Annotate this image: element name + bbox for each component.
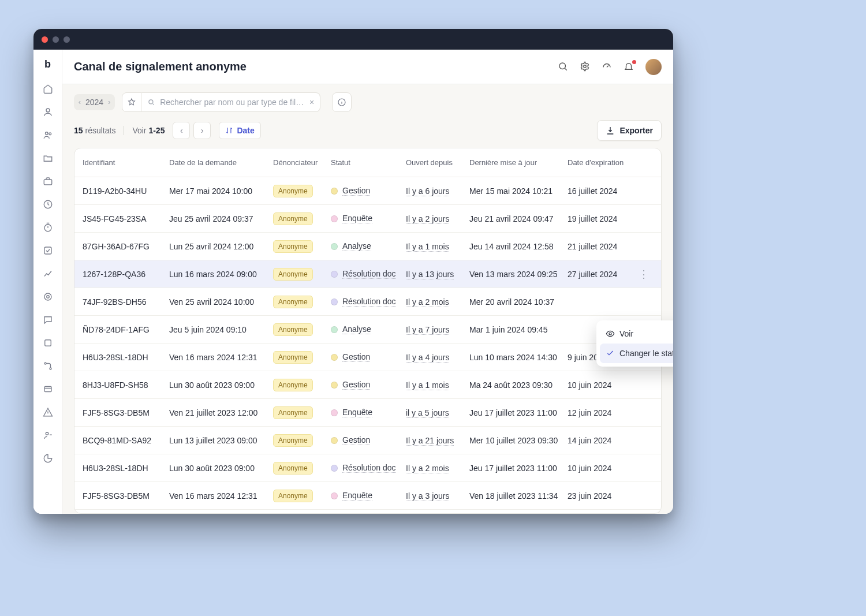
svg-point-14 — [559, 63, 566, 69]
table-row[interactable]: H6U3-28SL-18DHVen 16 mars 2024 12:31Anon… — [74, 344, 661, 371]
context-menu: Voir Changer le statut — [596, 320, 673, 367]
cell-open: Il y a 13 jours — [406, 270, 469, 279]
chart-icon[interactable] — [42, 268, 54, 279]
home-icon[interactable] — [42, 83, 54, 95]
settings-icon[interactable] — [580, 61, 591, 73]
users-icon[interactable] — [42, 129, 54, 141]
folder-icon[interactable] — [42, 152, 54, 164]
star-button[interactable] — [122, 92, 141, 112]
cell-open: Il y a 2 mois — [406, 464, 469, 473]
cell-status: Résolution doc — [331, 269, 406, 279]
menu-view[interactable]: Voir — [600, 324, 673, 344]
sort-button[interactable]: Date — [219, 122, 260, 139]
cell-reporter: Anonyme — [273, 212, 331, 225]
table-row[interactable]: 87GH-36AD-67FGLun 25 avril 2024 12:00Ano… — [74, 233, 661, 260]
cell-id: D119-A2b0-34HU — [83, 186, 169, 196]
close-dot[interactable] — [42, 36, 48, 43]
cell-update: Jeu 17 juillet 2023 11:00 — [469, 464, 568, 473]
alert-icon[interactable] — [42, 406, 54, 418]
table-row[interactable]: BCQ9-81MD-SA92Lun 13 juillet 2023 09:00A… — [74, 427, 661, 454]
svg-point-16 — [149, 100, 153, 104]
cell-date: Lun 30 août 2023 09:00 — [169, 380, 273, 390]
table-row[interactable]: D119-A2b0-34HUMer 17 mai 2024 10:00Anony… — [74, 177, 661, 205]
cell-date: Ven 21 juillet 2023 12:00 — [169, 408, 273, 417]
col-date[interactable]: Date de la demande — [169, 158, 273, 167]
col-open[interactable]: Ouvert depuis — [406, 158, 469, 167]
search-input[interactable]: Rechercher par nom ou par type de filtre… — [141, 92, 320, 112]
cell-expiry: 27 juillet 2024 — [568, 270, 637, 279]
cell-expiry: 21 juillet 2024 — [568, 242, 637, 251]
year-selector[interactable]: ‹ 2024 › — [74, 94, 115, 110]
cell-status: Gestion — [331, 435, 406, 445]
cell-date: Lun 30 août 2023 09:00 — [169, 464, 273, 473]
col-status[interactable]: Statut — [331, 158, 406, 167]
cell-date: Ven 16 mars 2024 12:31 — [169, 491, 273, 501]
table-row[interactable]: 8HJ3-U8FD-SH58Lun 30 août 2023 09:00Anon… — [74, 371, 661, 399]
col-reporter[interactable]: Dénonciateur — [273, 158, 331, 167]
export-button[interactable]: Exporter — [597, 120, 662, 141]
search-icon[interactable] — [558, 61, 569, 73]
svg-point-8 — [46, 296, 49, 298]
cell-status: Résolution doc — [331, 463, 406, 473]
cell-expiry: 14 juin 2024 — [568, 436, 637, 445]
table-row[interactable]: H6U3-28SL-18DHLun 30 août 2023 09:00Anon… — [74, 454, 661, 482]
max-dot[interactable] — [64, 36, 70, 43]
col-update[interactable]: Dernière mise à jour — [469, 158, 568, 167]
svg-rect-9 — [44, 340, 51, 346]
chat-icon[interactable] — [42, 314, 54, 326]
next-page-button[interactable]: › — [193, 122, 211, 139]
briefcase-icon[interactable] — [42, 176, 54, 187]
cell-reporter: Anonyme — [273, 268, 331, 281]
clock-icon[interactable] — [42, 199, 54, 210]
cell-update: Mer 10 juillet 2023 09:30 — [469, 436, 568, 445]
cell-open: Il y a 1 mois — [406, 380, 469, 390]
menu-view-label: Voir — [619, 329, 633, 338]
chevron-right-icon[interactable]: › — [108, 98, 110, 106]
col-id[interactable]: Identifiant — [83, 158, 169, 167]
cell-open: Il y a 4 jours — [406, 353, 469, 362]
cell-open: Il y a 1 mois — [406, 242, 469, 251]
box-icon[interactable] — [42, 337, 54, 349]
card-icon[interactable] — [42, 383, 54, 395]
target-icon[interactable] — [42, 291, 54, 303]
table-row[interactable]: JS45-FG45-23SAJeu 25 avril 2024 09:37Ano… — [74, 205, 661, 233]
table-row[interactable]: ÑD78-24DF-1AFGJeu 5 juin 2024 09:10Anony… — [74, 316, 661, 344]
svg-point-10 — [44, 363, 46, 364]
cell-date: Lun 25 avril 2024 12:00 — [169, 242, 273, 251]
table-row[interactable]: FJF5-8SG3-DB5MVen 16 mars 2024 12:31Anon… — [74, 482, 661, 510]
svg-point-18 — [609, 333, 611, 335]
row-menu-button[interactable]: ⋮ — [637, 268, 651, 281]
cell-status: Gestion — [331, 380, 406, 390]
clear-icon[interactable]: × — [309, 98, 314, 107]
cell-update: Mar 1 juin 2024 09:45 — [469, 325, 568, 334]
bell-icon[interactable] — [624, 61, 635, 73]
window-titlebar — [33, 29, 673, 50]
col-expiry[interactable]: Date d'expiration — [568, 158, 637, 167]
info-button[interactable] — [332, 92, 352, 112]
timer-icon[interactable] — [42, 222, 54, 233]
svg-point-7 — [44, 293, 51, 300]
flow-icon[interactable] — [42, 360, 54, 372]
table-row[interactable]: FJF5-8SG3-DB5MVen 21 juillet 2023 12:00A… — [74, 399, 661, 427]
prev-page-button[interactable]: ‹ — [173, 122, 190, 139]
user-minus-icon[interactable] — [42, 430, 54, 441]
app-logo[interactable]: b — [40, 57, 55, 72]
chevron-left-icon[interactable]: ‹ — [79, 98, 81, 106]
speed-icon[interactable] — [602, 61, 613, 73]
app-window: b Canal de signalement anonyme — [33, 29, 673, 514]
pie-icon[interactable] — [42, 453, 54, 464]
table-row[interactable]: 1267-128P-QA36Lun 16 mars 2024 09:00Anon… — [74, 260, 661, 288]
min-dot[interactable] — [53, 36, 59, 43]
cell-id: 74JF-92BS-DH56 — [83, 297, 169, 307]
menu-change-status[interactable]: Changer le statut — [600, 344, 673, 363]
check-square-icon[interactable] — [42, 245, 54, 256]
table-row[interactable]: 74JF-92BS-DH56Ven 25 avril 2024 10:00Ano… — [74, 288, 661, 316]
cell-reporter: Anonyme — [273, 379, 331, 391]
svg-point-13 — [46, 432, 48, 435]
menu-change-status-label: Changer le statut — [619, 349, 673, 358]
avatar[interactable] — [645, 59, 662, 75]
cell-reporter: Anonyme — [273, 406, 331, 419]
cell-date: Jeu 25 avril 2024 09:37 — [169, 214, 273, 223]
user-icon[interactable] — [42, 106, 54, 118]
cell-date: Ven 25 avril 2024 10:00 — [169, 297, 273, 307]
